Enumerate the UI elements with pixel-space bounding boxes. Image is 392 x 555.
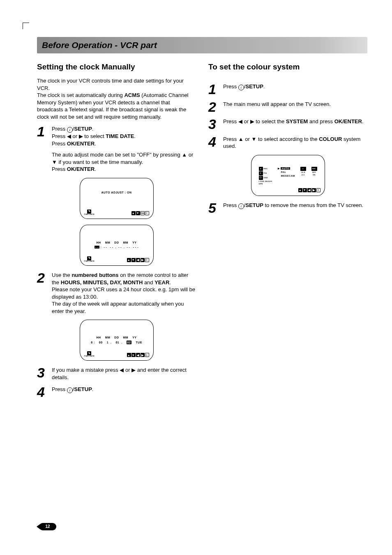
section-heading-bar: Before Operation - VCR part bbox=[37, 37, 367, 53]
left-step-4: 44 Press i/SETUP. bbox=[37, 386, 196, 398]
tv2-header-row: HH MM DD MM YY bbox=[80, 241, 153, 244]
crop-mark bbox=[23, 23, 29, 29]
manual-page: Before Operation - VCR part Setting the … bbox=[0, 0, 392, 555]
step-number-1: 11 bbox=[37, 125, 52, 138]
tv1-icon: ✎ TIME DATE bbox=[84, 210, 95, 215]
step-number-1r: 11 bbox=[208, 83, 223, 96]
step-4-body: Press i/SETUP. bbox=[52, 386, 196, 393]
tv-screen-3-wrap: HH MM DD MM YY 8 : 00 1 . 01 . 02 bbox=[37, 320, 196, 361]
right-column: To set the colour system 11 Press i/SETU… bbox=[208, 62, 367, 403]
step-1-body: Press i/SETUP. Press ◀ or ▶ to select TI… bbox=[52, 125, 196, 173]
right-step-3: 33 Press ◀ or ▶ to select the SYSTEM and… bbox=[208, 118, 367, 131]
tv3-icon: ✎ TIME DATE bbox=[84, 351, 95, 357]
info-icon: i bbox=[67, 127, 73, 133]
step-number-5r: 55 bbox=[208, 202, 223, 214]
tv2-values: : - - - - . - - . - - - - - bbox=[100, 246, 138, 249]
tv-screen-3: HH MM DD MM YY 8 : 00 1 . 01 . 02 bbox=[80, 320, 154, 361]
tv-screen-colour: ●REC ≡P/S ☐OSD f.OSD ON/OFF OPR ▶ AUTO P… bbox=[251, 155, 325, 196]
right-title: To set the colour system bbox=[208, 62, 367, 72]
step-3-body: If you make a mistake press ◀ or ▶ and e… bbox=[52, 366, 196, 381]
tv-menu-col3: ▭ 16:9 4:3 bbox=[300, 167, 306, 185]
right-step-5: 55 Press i/SETUP to remove the menus fro… bbox=[208, 202, 367, 214]
section-heading: Before Operation - VCR part bbox=[42, 40, 157, 50]
tv3-nav-icons: ▲ ▼ ◀ ▶ i bbox=[127, 353, 149, 357]
tv3-value-row: 8 : 00 1 . 01 . 02 TUE bbox=[80, 341, 153, 344]
page-number: 12 bbox=[39, 523, 56, 530]
tv-menu-col2: ▶ AUTO PAL MESECAM bbox=[278, 167, 295, 185]
tv-menu-col4: NIC OFF ON bbox=[311, 167, 317, 185]
step-2-body: Use the numbered buttons on the remote c… bbox=[52, 272, 196, 315]
tv-colour-menu: ●REC ≡P/S ☐OSD f.OSD ON/OFF OPR ▶ AUTO P… bbox=[259, 167, 317, 185]
left-step-3: 33 If you make a mistake press ◀ or ▶ an… bbox=[37, 366, 196, 381]
info-icon: i bbox=[67, 387, 73, 393]
step-number-3: 33 bbox=[37, 366, 52, 379]
info-icon: i bbox=[238, 203, 244, 209]
tv2-cursor: - - bbox=[95, 246, 99, 249]
left-title: Setting the clock Manually bbox=[37, 62, 196, 72]
intro-paragraph: The clock in your VCR controls time and … bbox=[37, 77, 196, 120]
right-step-2: 22 The main menu will appear on the TV s… bbox=[208, 101, 367, 113]
left-step-2: 22 Use the numbered buttons on the remot… bbox=[37, 272, 196, 315]
left-step-1: 11 Press i/SETUP. Press ◀ or ▶ to select… bbox=[37, 125, 196, 173]
step-number-4r: 44 bbox=[208, 136, 223, 148]
tv-screen-1-wrap: AUTO ADJUST : ON ✎ TIME DATE ▲ ▼ OK i bbox=[37, 178, 196, 219]
step-number-3r: 33 bbox=[208, 118, 223, 131]
step-number-4: 44 bbox=[37, 386, 52, 398]
content-columns: Setting the clock Manually The clock in … bbox=[37, 62, 367, 403]
right-step-4: 44 Press ▲ or ▼ to select according to t… bbox=[208, 136, 367, 150]
right-step-1: 11 Press i/SETUP. bbox=[208, 83, 367, 96]
step-number-2r: 22 bbox=[208, 101, 223, 113]
tv-screen-colour-wrap: ●REC ≡P/S ☐OSD f.OSD ON/OFF OPR ▶ AUTO P… bbox=[208, 155, 367, 196]
tv-screen-2-wrap: HH MM DD MM YY - - : - - - - . - - . - -… bbox=[37, 225, 196, 266]
tv3-header-row: HH MM DD MM YY bbox=[80, 336, 153, 339]
left-column: Setting the clock Manually The clock in … bbox=[37, 62, 196, 403]
tv2-nav-icons: ▲ ▼ ◀ ▶ i bbox=[127, 258, 149, 262]
tv1-text: AUTO ADJUST : ON bbox=[80, 191, 153, 194]
step-number-2: 22 bbox=[37, 272, 52, 284]
tv1-nav-icons: ▲ ▼ OK i bbox=[131, 211, 149, 215]
tv-colour-nav-icons: ▲ ▼ ◀ ▶ i bbox=[298, 188, 321, 192]
tv-screen-2: HH MM DD MM YY - - : - - - - . - - . - -… bbox=[80, 225, 154, 266]
tv2-icon: ✎ TIME DATE bbox=[84, 256, 95, 262]
tv-menu-col1: ●REC ≡P/S ☐OSD f.OSD ON/OFF OPR bbox=[259, 167, 272, 185]
info-icon: i bbox=[238, 85, 244, 90]
tv-screen-1: AUTO ADJUST : ON ✎ TIME DATE ▲ ▼ OK i bbox=[80, 178, 154, 219]
